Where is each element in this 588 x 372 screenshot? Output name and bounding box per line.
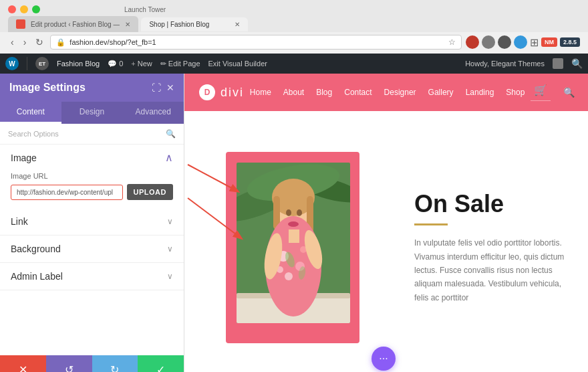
panel-bottom-actions: ✕ ↺ ↻ ✓ bbox=[0, 355, 184, 372]
browser-ext-icon-2[interactable] bbox=[482, 35, 495, 49]
image-section-toggle[interactable]: Image ∧ bbox=[11, 151, 173, 164]
panel-tabs: Content Design Advanced bbox=[0, 102, 184, 124]
image-url-label: Image URL bbox=[11, 172, 173, 180]
wp-new-item[interactable]: + New bbox=[131, 60, 152, 68]
nav-home[interactable]: Home bbox=[250, 88, 271, 97]
nav-gallery[interactable]: Gallery bbox=[428, 88, 454, 97]
tab-design[interactable]: Design bbox=[61, 102, 123, 124]
admin-label-section-title: Admin Label bbox=[11, 271, 63, 282]
nav-designer[interactable]: Designer bbox=[384, 88, 416, 97]
wp-admin-bar: W ET Fashion Blog 💬 0 + New ✏ Edit Page … bbox=[0, 54, 588, 74]
admin-label-section-toggle[interactable]: Admin Label ∨ bbox=[11, 271, 173, 282]
browser-ext-icon-1[interactable] bbox=[466, 35, 479, 49]
nav-landing[interactable]: Landing bbox=[466, 88, 494, 97]
browser-ext-icon-3[interactable] bbox=[498, 35, 511, 49]
wp-exit-builder[interactable]: Exit Visual Builder bbox=[208, 60, 267, 68]
fab-button[interactable]: ··· bbox=[372, 347, 396, 371]
product-image-svg bbox=[237, 163, 350, 323]
version-badge: 2.8.5 bbox=[560, 37, 580, 47]
site-logo: D divi bbox=[198, 83, 244, 102]
cart-icon[interactable]: 🛒 bbox=[534, 84, 547, 96]
wp-avatar[interactable] bbox=[553, 58, 563, 69]
background-section-toggle[interactable]: Background ∨ bbox=[11, 244, 173, 254]
fullscreen-icon[interactable]: ⛶ bbox=[152, 82, 161, 93]
save-button[interactable]: ✓ bbox=[138, 355, 184, 372]
browser-chrome: Launch Tower Edit product ‹ Fashion Blog… bbox=[0, 0, 588, 54]
nav-contact[interactable]: Contact bbox=[344, 88, 372, 97]
panel-title: Image Settings bbox=[9, 82, 86, 94]
browser-ext-icon-4[interactable] bbox=[514, 35, 527, 49]
svg-point-23 bbox=[286, 209, 291, 216]
tab-favicon bbox=[16, 19, 25, 29]
wp-logo[interactable]: W bbox=[5, 57, 19, 70]
wp-comments-item[interactable]: 💬 0 bbox=[108, 60, 123, 68]
product-description: In vulputate felis vel odio porttitor lo… bbox=[414, 236, 575, 304]
link-section-toggle[interactable]: Link ∨ bbox=[11, 216, 173, 227]
traffic-light-red[interactable] bbox=[8, 5, 16, 13]
browser-toolbar-icons: ⊞ NM 2.8.5 bbox=[466, 35, 580, 49]
logo-d-letter: D bbox=[204, 88, 210, 97]
tab-close-active-icon[interactable]: ✕ bbox=[235, 21, 240, 28]
back-button[interactable]: ‹ bbox=[8, 35, 17, 49]
admin-label-section: Admin Label ∨ bbox=[0, 263, 184, 290]
wp-site-logo[interactable]: ET bbox=[35, 57, 49, 70]
nav-search-icon[interactable]: 🔍 bbox=[563, 87, 575, 98]
address-text: fashion.dev/shop/?et_fb=1 bbox=[69, 38, 156, 46]
nm-badge: NM bbox=[541, 37, 557, 47]
image-section-chevron-up: ∧ bbox=[165, 151, 173, 164]
browser-tab-edit-product[interactable]: Edit product ‹ Fashion Blog — ✕ bbox=[8, 16, 138, 32]
site-content: D divi Home About Blog Contact Designer … bbox=[184, 74, 588, 372]
lock-icon: 🔒 bbox=[56, 38, 65, 47]
site-nav: D divi Home About Blog Contact Designer … bbox=[184, 74, 588, 111]
svg-point-25 bbox=[288, 221, 299, 227]
tab-close-icon[interactable]: ✕ bbox=[125, 21, 130, 28]
image-url-input[interactable] bbox=[11, 185, 123, 200]
extensions-button[interactable]: ⊞ bbox=[530, 36, 539, 49]
nav-blog[interactable]: Blog bbox=[316, 88, 332, 97]
link-section-title: Link bbox=[11, 216, 28, 227]
nav-shop[interactable]: Shop bbox=[506, 88, 525, 97]
tab-label: Edit product ‹ Fashion Blog — bbox=[31, 21, 120, 28]
cancel-button[interactable]: ✕ bbox=[0, 355, 46, 372]
logo-name: divi bbox=[220, 86, 244, 100]
product-frame bbox=[226, 152, 359, 343]
svg-point-24 bbox=[297, 209, 302, 216]
search-placeholder: Search Options bbox=[8, 130, 166, 138]
image-url-row: UPLOAD bbox=[11, 184, 173, 200]
panel-header-icons: ⛶ ✕ bbox=[152, 82, 174, 93]
nav-links: Home About Blog Contact Designer Gallery… bbox=[250, 88, 525, 97]
product-title-underline bbox=[414, 223, 448, 225]
product-image-section: ··· bbox=[184, 111, 401, 372]
tab-content[interactable]: Content bbox=[0, 102, 61, 124]
product-image bbox=[237, 163, 350, 323]
nav-about[interactable]: About bbox=[283, 88, 304, 97]
background-section-title: Background bbox=[11, 244, 61, 254]
forward-button[interactable]: › bbox=[21, 35, 29, 49]
plus-icon: + bbox=[131, 60, 135, 68]
browser-tab-shop[interactable]: Shop | Fashion Blog ✕ bbox=[141, 17, 248, 31]
divider bbox=[27, 57, 27, 70]
wp-edit-page[interactable]: ✏ Edit Page bbox=[160, 60, 200, 68]
wp-search-icon[interactable]: 🔍 bbox=[571, 58, 583, 69]
undo-button[interactable]: ↺ bbox=[46, 355, 92, 372]
close-panel-icon[interactable]: ✕ bbox=[166, 82, 174, 93]
redo-button[interactable]: ↻ bbox=[92, 355, 138, 372]
tab-advanced[interactable]: Advanced bbox=[122, 102, 184, 124]
image-section-title: Image bbox=[11, 153, 37, 163]
traffic-lights: Launch Tower bbox=[0, 0, 588, 16]
link-chevron-icon: ∨ bbox=[167, 217, 173, 226]
traffic-light-yellow[interactable] bbox=[20, 5, 28, 13]
svg-point-16 bbox=[285, 272, 293, 280]
tab-label-active: Shop | Fashion Blog bbox=[149, 21, 209, 28]
traffic-light-green[interactable] bbox=[32, 5, 40, 13]
wp-site-name[interactable]: Fashion Blog bbox=[57, 60, 100, 68]
wp-howdy-text: Howdy, Elegant Themes bbox=[465, 60, 545, 68]
image-url-section: Image URL UPLOAD bbox=[0, 164, 184, 208]
panel-header: Image Settings ⛶ ✕ bbox=[0, 74, 184, 102]
comment-icon: 💬 bbox=[108, 60, 117, 68]
search-row: Search Options 🔍 bbox=[0, 124, 184, 145]
address-bar[interactable]: 🔒 fashion.dev/shop/?et_fb=1 ☆ bbox=[50, 35, 462, 50]
upload-button[interactable]: UPLOAD bbox=[127, 184, 173, 200]
link-section: Link ∨ bbox=[0, 208, 184, 236]
reload-button[interactable]: ↻ bbox=[33, 35, 46, 49]
